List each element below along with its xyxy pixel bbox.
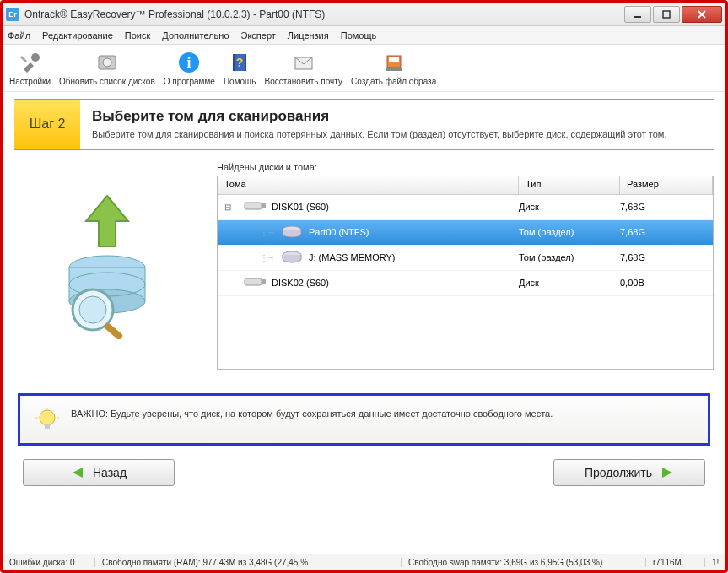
toolbar-help[interactable]: ? Помощь [224,50,256,86]
svg-rect-15 [386,68,402,71]
arrow-left-icon [71,466,84,479]
info-icon: i [176,50,202,75]
row-type: Диск [519,202,620,212]
wrench-icon [18,50,43,75]
volume-icon [280,225,304,239]
column-type[interactable]: Тип [519,176,620,194]
tip-box: ВАЖНО: Будьте уверены, что диск, на кото… [18,393,710,446]
row-name: DISK01 (S60) [272,202,329,212]
toolbar-refresh[interactable]: Обновить список дисков [59,50,155,86]
book-icon: ? [227,50,252,75]
row-type: Диск [519,278,620,288]
disk-image-icon [381,50,407,75]
menu-search[interactable]: Поиск [125,30,150,41]
menu-edit[interactable]: Редактирование [42,30,113,41]
svg-rect-25 [262,203,266,208]
table-row[interactable]: ⋮┈Part00 (NTFS)Том (раздел)7,68G [218,220,713,246]
arrow-right-icon [661,466,674,479]
svg-rect-1 [663,11,670,18]
row-size: 7,68G [620,227,713,237]
menubar: Файл Редактирование Поиск Дополнительно … [3,26,725,45]
row-size: 0,00B [620,278,713,288]
titlebar: Er Ontrack® EasyRecovery™ Professional (… [3,3,725,26]
mail-icon [291,50,316,75]
status-last: 1! [705,558,725,567]
svg-rect-31 [45,424,50,429]
svg-rect-28 [245,278,262,285]
status-bar: Ошибки диска: 0 Свободно памяти (RAM): 9… [3,554,725,570]
toolbar-mail[interactable]: Восстановить почту [265,50,342,86]
status-errors: Ошибки диска: 0 [3,558,95,567]
toolbar-settings[interactable]: Настройки [9,50,51,86]
minimize-button[interactable] [624,6,651,23]
table-row[interactable]: ⊟DISK01 (S60)Диск7,68G [218,195,713,220]
svg-text:i: i [187,54,191,71]
svg-point-6 [103,58,111,67]
toolbar: Настройки Обновить список дисков i О про… [3,45,725,92]
toolbar-image[interactable]: Создать файл образа [351,50,436,86]
row-name: Part00 (NTFS) [309,227,369,237]
svg-point-30 [40,410,55,425]
svg-text:?: ? [236,56,244,69]
disk-table: Тома Тип Размер ⊟DISK01 (S60)Диск7,68G⋮┈… [217,176,714,370]
window-title: Ontrack® EasyRecovery™ Professional (10.… [24,8,623,20]
table-row[interactable]: DISK02 (S60)Диск0,00B [218,271,713,296]
svg-rect-24 [245,203,262,209]
disks-found-label: Найдены диски и тома: [217,162,714,172]
svg-marker-35 [73,468,83,478]
row-size: 7,68G [620,252,713,262]
menu-help[interactable]: Помощь [341,30,377,41]
table-row[interactable]: ⋮┈J: (MASS MEMORY)Том (раздел)7,68G [218,246,713,271]
row-name: J: (MASS MEMORY) [309,252,395,262]
step-header: Шаг 2 Выберите том для сканирования Выбе… [14,99,714,150]
app-icon: Er [6,8,19,21]
row-name: DISK02 (S60) [272,278,329,288]
column-size[interactable]: Размер [620,176,713,194]
row-type: Том (раздел) [519,252,620,262]
svg-rect-23 [104,322,124,339]
tip-text: ВАЖНО: Будьте уверены, что диск, на кото… [71,408,553,420]
row-size: 7,68G [620,202,713,212]
svg-rect-14 [389,57,399,62]
svg-marker-16 [86,196,128,246]
step-badge: Шаг 2 [14,100,80,149]
status-host: r7116M [646,558,705,567]
menu-file[interactable]: Файл [8,30,30,41]
volume-icon [280,251,304,264]
drive-refresh-icon [94,50,120,75]
usb-drive-icon [243,200,267,214]
back-button[interactable]: Назад [23,459,175,486]
svg-point-4 [31,53,40,62]
menu-license[interactable]: Лицензия [288,30,329,41]
status-swap: Свободно swap памяти: 3,69G из 6,95G (53… [402,558,646,567]
menu-extra[interactable]: Дополнительно [162,30,229,41]
toolbar-about[interactable]: i О программе [164,50,215,86]
close-button[interactable] [682,6,722,23]
step-description: Выберите том для сканирования и поиска п… [92,128,666,141]
row-type: Том (раздел) [519,227,620,237]
menu-expert[interactable]: Эксперт [241,30,276,41]
next-button[interactable]: Продолжить [553,459,705,486]
step-title: Выберите том для сканирования [92,108,666,125]
lightbulb-icon [35,408,59,431]
wizard-illustration [14,162,200,370]
svg-point-22 [79,296,106,323]
svg-marker-36 [662,468,672,478]
usb-drive-icon [243,276,267,289]
status-ram: Свободно памяти (RAM): 977,43M из 3,48G … [95,558,402,567]
column-volumes[interactable]: Тома [218,176,519,194]
svg-rect-29 [262,279,266,284]
maximize-button[interactable] [653,6,680,23]
